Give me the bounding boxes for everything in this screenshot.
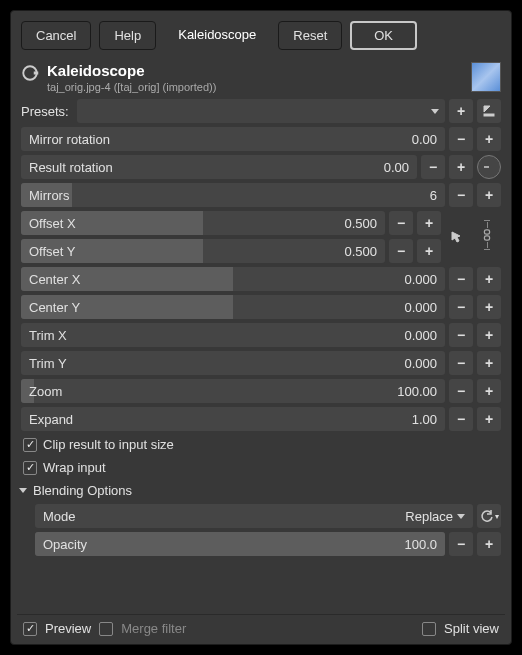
rotation-dial[interactable] xyxy=(477,155,501,179)
mirror-rotation-row: Mirror rotation 0.00 xyxy=(17,125,505,153)
wrap-checkbox[interactable] xyxy=(23,461,37,475)
ok-button[interactable]: OK xyxy=(350,21,417,50)
expand-increase[interactable] xyxy=(477,407,501,431)
center-x-label: Center X xyxy=(29,272,80,287)
mirror-rotation-value: 0.00 xyxy=(412,132,437,147)
center-x-decrease[interactable] xyxy=(449,267,473,291)
offset-y-label: Offset Y xyxy=(29,244,76,259)
zoom-decrease[interactable] xyxy=(449,379,473,403)
filter-subtitle: taj_orig.jpg-4 ([taj_orig] (imported)) xyxy=(47,81,463,93)
mirror-rotation-increase[interactable] xyxy=(477,127,501,151)
opacity-slider[interactable]: Opacity 100.0 xyxy=(35,532,445,556)
mirrors-decrease[interactable] xyxy=(449,183,473,207)
center-y-row: Center Y 0.000 xyxy=(17,293,505,321)
cancel-button[interactable]: Cancel xyxy=(21,21,91,50)
header-text: Kaleidoscope taj_orig.jpg-4 ([taj_orig] … xyxy=(47,62,463,93)
result-rotation-value: 0.00 xyxy=(384,160,409,175)
offset-x-increase[interactable] xyxy=(417,211,441,235)
mirror-rotation-decrease[interactable] xyxy=(449,127,473,151)
preview-checkbox[interactable] xyxy=(23,622,37,636)
blend-mode-row: Mode Replace ▾ xyxy=(31,502,505,530)
opacity-increase[interactable] xyxy=(477,532,501,556)
trim-x-increase[interactable] xyxy=(477,323,501,347)
split-view-label: Split view xyxy=(444,621,499,636)
presets-label: Presets: xyxy=(21,104,73,119)
preset-manage-button[interactable] xyxy=(477,99,501,123)
zoom-row: Zoom 100.00 xyxy=(17,377,505,405)
offset-x-decrease[interactable] xyxy=(389,211,413,235)
mirror-rotation-label: Mirror rotation xyxy=(29,132,110,147)
clip-checkbox[interactable] xyxy=(23,438,37,452)
opacity-label: Opacity xyxy=(43,537,87,552)
offset-x-label: Offset X xyxy=(29,216,76,231)
opacity-decrease[interactable] xyxy=(449,532,473,556)
offset-x-row: Offset X 0.500 xyxy=(21,209,441,237)
preview-label: Preview xyxy=(45,621,91,636)
trim-y-decrease[interactable] xyxy=(449,351,473,375)
blend-mode-select[interactable]: Mode Replace xyxy=(35,504,473,528)
result-rotation-decrease[interactable] xyxy=(421,155,445,179)
trim-y-increase[interactable] xyxy=(477,351,501,375)
preview-thumbnail[interactable] xyxy=(471,62,501,92)
blending-options-header[interactable]: Blending Options xyxy=(17,479,505,502)
center-x-row: Center X 0.000 xyxy=(17,265,505,293)
mirror-rotation-slider[interactable]: Mirror rotation 0.00 xyxy=(21,127,445,151)
trim-y-value: 0.000 xyxy=(404,356,437,371)
filter-tab[interactable]: Kaleidoscope xyxy=(164,21,270,50)
trim-x-label: Trim X xyxy=(29,328,67,343)
mirrors-increase[interactable] xyxy=(477,183,501,207)
blend-mode-reset[interactable]: ▾ xyxy=(477,504,501,528)
mirrors-slider[interactable]: Mirrors 6 xyxy=(21,183,445,207)
center-y-slider[interactable]: Center Y 0.000 xyxy=(21,295,445,319)
offset-x-value: 0.500 xyxy=(344,216,377,231)
result-rotation-slider[interactable]: Result rotation 0.00 xyxy=(21,155,417,179)
offset-y-increase[interactable] xyxy=(417,239,441,263)
mirrors-value: 6 xyxy=(430,188,437,203)
center-y-increase[interactable] xyxy=(477,295,501,319)
filter-title: Kaleidoscope xyxy=(47,62,463,79)
offset-link-toggle[interactable] xyxy=(473,209,501,261)
trim-x-slider[interactable]: Trim X 0.000 xyxy=(21,323,445,347)
trim-x-value: 0.000 xyxy=(404,328,437,343)
zoom-slider[interactable]: Zoom 100.00 xyxy=(21,379,445,403)
clip-checkbox-row: Clip result to input size xyxy=(17,433,505,456)
expand-slider[interactable]: Expand 1.00 xyxy=(21,407,445,431)
center-x-increase[interactable] xyxy=(477,267,501,291)
center-y-decrease[interactable] xyxy=(449,295,473,319)
svg-rect-5 xyxy=(484,236,489,240)
svg-rect-4 xyxy=(484,230,489,234)
merge-filter-checkbox[interactable] xyxy=(99,622,113,636)
trim-x-row: Trim X 0.000 xyxy=(17,321,505,349)
center-y-value: 0.000 xyxy=(404,300,437,315)
center-x-slider[interactable]: Center X 0.000 xyxy=(21,267,445,291)
result-rotation-label: Result rotation xyxy=(29,160,113,175)
trim-y-row: Trim Y 0.000 xyxy=(17,349,505,377)
mirrors-label: Mirrors xyxy=(29,188,69,203)
expand-decrease[interactable] xyxy=(449,407,473,431)
expand-label: Expand xyxy=(29,412,73,427)
offset-pick-button[interactable] xyxy=(445,211,469,263)
reset-button[interactable]: Reset xyxy=(278,21,342,50)
app-icon xyxy=(21,64,39,82)
expand-row: Expand 1.00 xyxy=(17,405,505,433)
preset-add-button[interactable] xyxy=(449,99,473,123)
offset-x-slider[interactable]: Offset X 0.500 xyxy=(21,211,385,235)
svg-rect-1 xyxy=(34,72,39,75)
wrap-checkbox-row: Wrap input xyxy=(17,456,505,479)
presets-dropdown[interactable] xyxy=(77,99,445,123)
blend-mode-label: Mode xyxy=(43,509,76,524)
result-rotation-increase[interactable] xyxy=(449,155,473,179)
trim-x-decrease[interactable] xyxy=(449,323,473,347)
zoom-increase[interactable] xyxy=(477,379,501,403)
zoom-label: Zoom xyxy=(29,384,62,399)
offset-y-slider[interactable]: Offset Y 0.500 xyxy=(21,239,385,263)
center-x-value: 0.000 xyxy=(404,272,437,287)
offset-y-decrease[interactable] xyxy=(389,239,413,263)
help-button[interactable]: Help xyxy=(99,21,156,50)
dialog-header: Kaleidoscope taj_orig.jpg-4 ([taj_orig] … xyxy=(17,54,505,97)
offset-y-value: 0.500 xyxy=(344,244,377,259)
split-view-checkbox[interactable] xyxy=(422,622,436,636)
opacity-value: 100.0 xyxy=(404,537,437,552)
dialog-buttons: Cancel Help Kaleidoscope Reset OK xyxy=(17,17,505,54)
trim-y-slider[interactable]: Trim Y 0.000 xyxy=(21,351,445,375)
